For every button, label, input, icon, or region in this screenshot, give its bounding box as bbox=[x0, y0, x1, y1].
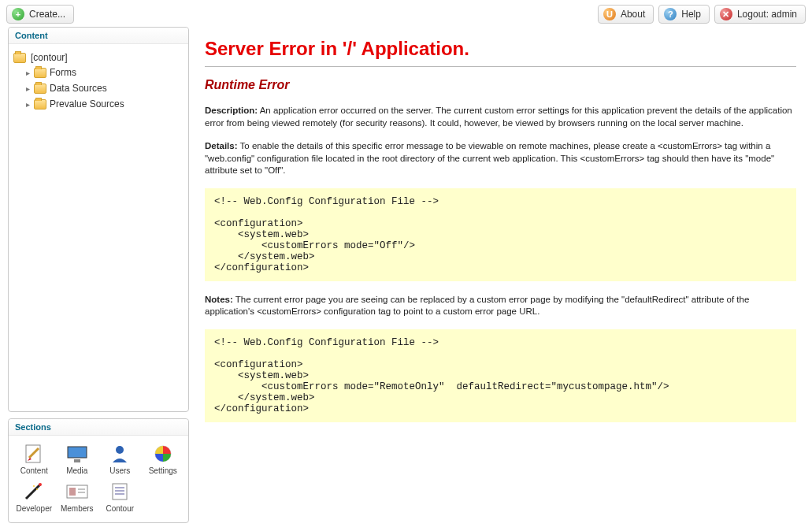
error-notes: Notes: The current error page you are se… bbox=[205, 294, 796, 318]
logout-icon: ✕ bbox=[720, 8, 732, 20]
section-settings[interactable]: Settings bbox=[143, 442, 184, 477]
plus-icon: + bbox=[12, 8, 24, 20]
tree-root-contour[interactable]: [contour] bbox=[13, 50, 184, 65]
divider bbox=[205, 66, 796, 67]
user-icon bbox=[107, 444, 132, 464]
section-developer[interactable]: Developer bbox=[13, 480, 55, 514]
chevron-right-icon[interactable]: ▸ bbox=[23, 100, 32, 109]
chevron-right-icon[interactable]: ▸ bbox=[23, 84, 32, 93]
description-text: An application error occurred on the ser… bbox=[205, 106, 792, 128]
tree-item-label: Data Sources bbox=[50, 83, 107, 94]
chevron-right-icon[interactable]: ▸ bbox=[23, 69, 32, 77]
tree-item-forms[interactable]: ▸ Forms bbox=[23, 65, 184, 80]
content-panel: Content [contour] ▸ Forms ▸ Data Sourc bbox=[8, 27, 189, 412]
code-sample-2: <!-- Web.Config Configuration File --> <… bbox=[205, 329, 796, 422]
error-details: Details: To enable the details of this s… bbox=[205, 140, 796, 177]
monitor-icon bbox=[65, 444, 90, 464]
tree-item-prevalue[interactable]: ▸ Prevalue Sources bbox=[23, 96, 184, 112]
svg-rect-14 bbox=[115, 487, 124, 488]
tree-root-label: [contour] bbox=[31, 52, 68, 63]
section-members[interactable]: Members bbox=[57, 480, 98, 514]
details-text: To enable the details of this specific e… bbox=[205, 141, 774, 175]
logout-button[interactable]: ✕ Logout: admin bbox=[714, 5, 806, 24]
svg-rect-10 bbox=[69, 488, 76, 496]
svg-rect-15 bbox=[115, 490, 124, 492]
description-label: Description: bbox=[205, 106, 258, 115]
svg-point-3 bbox=[116, 446, 124, 454]
notes-text: The current error page you are seeing ca… bbox=[205, 295, 749, 317]
about-button[interactable]: U About bbox=[598, 5, 654, 24]
section-label: Contour bbox=[106, 504, 134, 513]
create-button-label: Create... bbox=[29, 9, 65, 20]
id-card-icon bbox=[65, 481, 90, 502]
content-tree: [contour] ▸ Forms ▸ Data Sources ▸ bbox=[9, 44, 188, 118]
help-button-label: Help bbox=[681, 9, 701, 20]
section-contour[interactable]: Contour bbox=[99, 480, 141, 514]
svg-line-5 bbox=[26, 485, 40, 499]
color-wheel-icon bbox=[150, 444, 176, 464]
section-label: Settings bbox=[149, 466, 177, 475]
help-button[interactable]: ? Help bbox=[658, 5, 710, 24]
document-edit-icon bbox=[21, 444, 46, 464]
wand-icon bbox=[21, 481, 46, 502]
top-toolbar: + Create... U About ? Help ✕ Logout: adm… bbox=[0, 0, 812, 27]
main-content: Server Error in '/' Application. Runtime… bbox=[189, 27, 812, 529]
svg-point-7 bbox=[36, 488, 38, 490]
svg-rect-16 bbox=[115, 493, 124, 495]
error-subtitle: Runtime Error bbox=[205, 78, 796, 92]
svg-rect-2 bbox=[74, 459, 80, 462]
section-label: Members bbox=[61, 504, 94, 513]
folder-icon bbox=[34, 68, 46, 78]
folder-icon bbox=[34, 84, 46, 94]
create-button[interactable]: + Create... bbox=[6, 5, 74, 24]
section-content[interactable]: Content bbox=[13, 442, 55, 477]
tree-item-label: Forms bbox=[50, 67, 76, 78]
section-media[interactable]: Media bbox=[57, 442, 98, 477]
section-label: Developer bbox=[16, 504, 52, 513]
sections-panel: Sections Content Media bbox=[8, 418, 189, 523]
help-icon: ? bbox=[664, 8, 677, 20]
error-title: Server Error in '/' Application. bbox=[205, 38, 796, 60]
about-button-label: About bbox=[621, 9, 645, 20]
notes-label: Notes: bbox=[205, 295, 233, 304]
section-label: Media bbox=[66, 466, 87, 475]
tree-item-datasources[interactable]: ▸ Data Sources bbox=[23, 80, 184, 96]
error-description: Description: An application error occurr… bbox=[205, 105, 796, 129]
section-label: Content bbox=[20, 466, 48, 475]
svg-point-6 bbox=[39, 483, 42, 486]
about-icon: U bbox=[603, 8, 616, 20]
logout-button-label: Logout: admin bbox=[737, 9, 797, 20]
content-panel-header: Content bbox=[9, 28, 188, 44]
form-icon bbox=[107, 481, 132, 502]
tree-item-label: Prevalue Sources bbox=[50, 98, 124, 110]
code-sample-1: <!-- Web.Config Configuration File --> <… bbox=[205, 188, 796, 281]
folder-icon bbox=[34, 99, 46, 110]
sidebar: Content [contour] ▸ Forms ▸ Data Sourc bbox=[0, 27, 189, 529]
section-users[interactable]: Users bbox=[99, 442, 141, 477]
folder-icon bbox=[13, 53, 26, 63]
svg-point-8 bbox=[33, 485, 35, 487]
section-label: Users bbox=[109, 466, 130, 475]
sections-panel-header: Sections bbox=[9, 419, 188, 436]
details-label: Details: bbox=[205, 141, 238, 150]
svg-rect-1 bbox=[68, 447, 87, 458]
